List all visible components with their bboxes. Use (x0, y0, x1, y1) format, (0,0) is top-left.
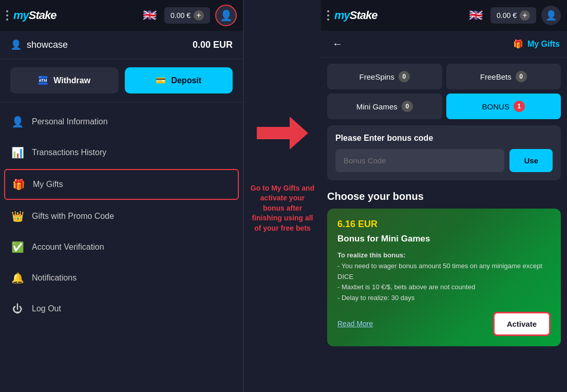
tab-freebets[interactable]: FreeBets 0 (446, 64, 561, 89)
deposit-label: Deposit (171, 76, 201, 85)
sidebar-item-verification[interactable]: ✅ Account Verification (0, 232, 243, 263)
deposit-button[interactable]: 💳 Deposit (125, 67, 233, 94)
arrow-container: Go to My Gifts and activate your bonus a… (244, 159, 321, 234)
crown-icon: 👑 (10, 209, 25, 223)
notifications-label: Notifications (32, 273, 77, 283)
withdraw-icon: 🏧 (38, 76, 48, 85)
bonus-amount: 6.16 EUR (337, 219, 551, 230)
add-funds-icon: + (194, 10, 204, 21)
right-balance-value: 0.00 € (497, 11, 517, 20)
tab-minigames[interactable]: Mini Games 0 (327, 94, 442, 119)
back-button[interactable]: ← (328, 36, 347, 52)
right-top-nav: myStake 🇬🇧 0.00 € + 👤 (321, 0, 567, 31)
power-icon: ⏻ (10, 302, 25, 316)
gifts-promo-label: Gifts with Promo Code (32, 212, 114, 221)
right-arrow-icon (257, 118, 308, 148)
logo: myStake (13, 9, 135, 22)
person-icon: 👤 (10, 115, 25, 129)
freespins-badge: 0 (399, 71, 410, 82)
my-gifts-header-title: 🎁 My Gifts (453, 39, 560, 49)
bonus-name: Bonus for Mini Games (337, 234, 551, 244)
right-add-funds-icon: + (520, 10, 530, 21)
bonus-description: To realize this bonus: - You need to wag… (337, 250, 551, 304)
sidebar-item-logout[interactable]: ⏻ Log Out (0, 293, 243, 324)
left-top-nav: myStake 🇬🇧 0.00 € + 👤 (0, 0, 243, 31)
bonus-card-footer: Read More Activate (337, 312, 551, 336)
activate-button[interactable]: Activate (493, 312, 551, 336)
my-gifts-label: My Gifts (33, 180, 63, 189)
user-icon: 👤 (10, 39, 22, 50)
minigames-label: Mini Games (356, 102, 398, 111)
language-selector[interactable]: 🇬🇧 (140, 6, 159, 25)
user-avatar-button[interactable]: 👤 (215, 5, 237, 26)
bonus-desc-title: To realize this bonus: (337, 251, 406, 259)
user-balance: 0.00 EUR (193, 40, 233, 50)
freespins-label: FreeSpins (360, 72, 394, 81)
action-buttons: 🏧 Withdraw 💳 Deposit (0, 59, 243, 102)
tab-bonus[interactable]: BONUS 1 (446, 94, 561, 119)
right-balance-button[interactable]: 0.00 € + (490, 7, 536, 24)
sidebar-item-personal-info[interactable]: 👤 Personal Information (0, 106, 243, 137)
right-logo-my: my (334, 9, 350, 22)
bonus-desc-line2: - Maxbet is 10 €/$, bets above are not c… (337, 283, 475, 291)
username-text: showcase (27, 40, 68, 50)
logo-stake: Stake (29, 9, 56, 22)
sidebar-item-transactions[interactable]: 📊 Transactions History (0, 137, 243, 168)
use-button[interactable]: Use (509, 149, 553, 172)
username-display: 👤 showcase (10, 39, 68, 50)
read-more-link[interactable]: Read More (337, 320, 373, 328)
tab-freespins[interactable]: FreeSpins 0 (327, 64, 442, 89)
sidebar-item-notifications[interactable]: 🔔 Notifications (0, 263, 243, 293)
balance-button[interactable]: 0.00 € + (164, 7, 210, 24)
choose-bonus-title: Choose your bonus (321, 186, 567, 209)
bonus-card: 6.16 EUR Bonus for Mini Games To realize… (327, 209, 561, 346)
right-language-selector[interactable]: 🇬🇧 (466, 6, 485, 25)
sidebar-item-gifts-promo[interactable]: 👑 Gifts with Promo Code (0, 201, 243, 232)
balance-value: 0.00 € (171, 11, 191, 20)
gift-icon: 🎁 (11, 177, 26, 192)
bonus-input-row: Use (335, 149, 553, 172)
bonus-label: BONUS (482, 102, 509, 111)
bonus-code-section: Please Enter bonus code Use (327, 125, 561, 180)
left-panel: myStake 🇬🇧 0.00 € + 👤 👤 showcase 0.00 EU… (0, 0, 244, 392)
right-panel: myStake 🇬🇧 0.00 € + 👤 ← 🎁 My Gifts FreeS… (321, 0, 567, 392)
bonus-code-label: Please Enter bonus code (335, 134, 553, 143)
gifts-header-label: My Gifts (527, 40, 560, 49)
transactions-icon: 📊 (10, 145, 25, 160)
verification-label: Account Verification (32, 242, 104, 252)
check-icon: ✅ (10, 240, 25, 254)
freebets-badge: 0 (516, 71, 527, 82)
hamburger-menu[interactable] (6, 10, 8, 21)
bonus-desc-line1: - You need to wager bonus amount 50 time… (337, 262, 542, 281)
sidebar-item-my-gifts[interactable]: 🎁 My Gifts (4, 169, 239, 200)
instruction-text: Go to My Gifts and activate your bonus a… (244, 183, 321, 234)
withdraw-button[interactable]: 🏧 Withdraw (10, 67, 119, 94)
personal-info-label: Personal Information (32, 117, 108, 126)
bonus-badge: 1 (514, 101, 525, 112)
gifts-header: ← 🎁 My Gifts (321, 31, 567, 58)
logo-my: my (13, 9, 29, 22)
arrow-section: Go to My Gifts and activate your bonus a… (244, 0, 321, 392)
withdraw-label: Withdraw (53, 76, 90, 85)
bell-icon: 🔔 (10, 271, 25, 285)
menu-list: 👤 Personal Information 📊 Transactions Hi… (0, 102, 243, 392)
logout-label: Log Out (32, 304, 61, 313)
right-logo-stake: Stake (350, 9, 377, 22)
bonus-code-input[interactable] (335, 149, 504, 172)
transactions-label: Transactions History (32, 148, 106, 157)
freebets-label: FreeBets (480, 72, 512, 81)
right-hamburger-menu[interactable] (327, 10, 329, 21)
bonus-desc-line3: - Delay to realize: 30 days (337, 294, 414, 302)
gifts-header-icon: 🎁 (513, 39, 523, 49)
right-avatar[interactable]: 👤 (541, 6, 561, 25)
right-logo: myStake (334, 9, 461, 22)
gift-tabs: FreeSpins 0 FreeBets 0 Mini Games 0 BONU… (321, 58, 567, 125)
minigames-badge: 0 (402, 101, 413, 112)
deposit-icon: 💳 (156, 76, 166, 85)
user-row: 👤 showcase 0.00 EUR (0, 31, 243, 59)
